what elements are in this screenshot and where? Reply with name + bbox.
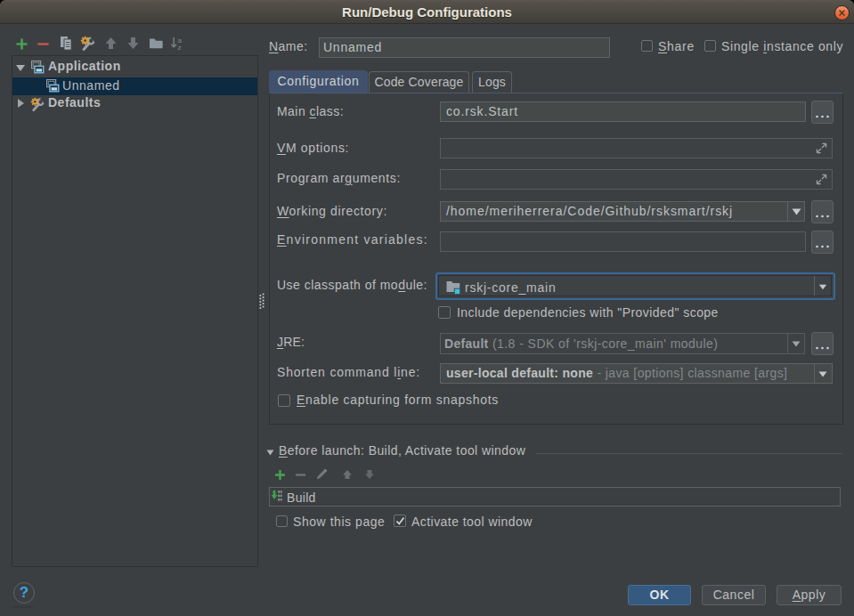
svg-text:z: z (178, 44, 182, 51)
